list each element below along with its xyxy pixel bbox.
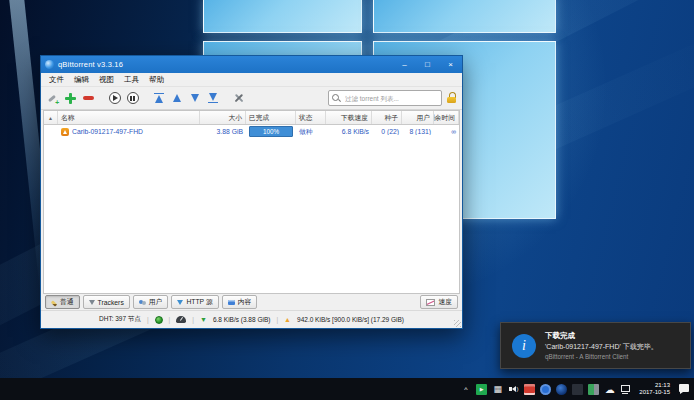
add-torrent-file-icon[interactable] bbox=[64, 92, 77, 105]
tab-speed[interactable]: 速度 bbox=[420, 295, 458, 309]
table-row[interactable]: Carib-091217-497-FHD 3.88 GiB 100% 做种 6.… bbox=[44, 125, 459, 138]
window-title: qBittorrent v3.3.16 bbox=[58, 60, 123, 69]
tab-content-label: 内容 bbox=[238, 297, 252, 307]
menu-bar: 文件 编辑 视图 工具 帮助 bbox=[41, 73, 462, 87]
qbittorrent-window: qBittorrent v3.3.16 – □ × 文件 编辑 视图 工具 帮助… bbox=[40, 55, 463, 329]
table-header: ▲ 名称 大小 已完成 状态 下载速度 种子 用户 剩余时间 bbox=[44, 111, 459, 125]
info-icon: i bbox=[512, 334, 536, 358]
action-center-icon[interactable]: 1 bbox=[678, 383, 691, 395]
torrent-status: 做种 bbox=[296, 127, 326, 137]
toolbar: + bbox=[41, 87, 462, 110]
download-arrow-icon: ▼ bbox=[200, 316, 207, 323]
menu-help[interactable]: 帮助 bbox=[144, 75, 169, 85]
title-bar[interactable]: qBittorrent v3.3.16 – □ × bbox=[41, 56, 462, 73]
bottom-tabs: 普通 Trackers 用户 HTTP 源 内容 速度 bbox=[41, 294, 462, 310]
tray-dual-color-app-icon[interactable] bbox=[588, 384, 599, 395]
tab-http-sources[interactable]: HTTP 源 bbox=[171, 295, 218, 309]
options-icon[interactable] bbox=[232, 92, 245, 105]
total-upload-speed: 942.0 KiB/s [900.0 KiB/s] (17.29 GiB) bbox=[297, 316, 404, 323]
content-icon bbox=[228, 300, 235, 305]
trackers-icon bbox=[89, 300, 95, 305]
onedrive-icon[interactable]: ☁ bbox=[604, 384, 615, 395]
connection-status-icon[interactable] bbox=[155, 316, 163, 324]
clock-time: 21:13 bbox=[655, 382, 670, 389]
menu-file[interactable]: 文件 bbox=[44, 75, 69, 85]
taskbar-clock[interactable]: 21:13 2017-10-15 bbox=[639, 382, 670, 396]
tab-general[interactable]: 普通 bbox=[45, 295, 80, 309]
total-download-speed: 6.8 KiB/s (3.88 GiB) bbox=[213, 316, 270, 323]
tab-content[interactable]: 内容 bbox=[222, 295, 258, 309]
tray-red-app-icon[interactable] bbox=[524, 384, 535, 395]
toast-source: qBittorrent - A Bittorrent Client bbox=[545, 353, 658, 360]
taskbar: ^ ▶ ▦ ) ☁ 21:13 2017-10-15 1 bbox=[0, 378, 694, 400]
tray-dark-app-icon[interactable] bbox=[572, 384, 583, 395]
torrent-filter-searchbox bbox=[328, 90, 442, 106]
network-icon[interactable] bbox=[620, 384, 631, 395]
minimize-button[interactable]: – bbox=[393, 56, 416, 73]
column-eta[interactable]: 剩余时间 bbox=[434, 111, 459, 124]
toast-message: 'Carib-091217-497-FHD' 下载完毕。 bbox=[545, 342, 658, 352]
tray-qbittorrent-icon[interactable] bbox=[556, 384, 567, 395]
seeding-status-icon bbox=[61, 128, 69, 136]
tray-grid-app-icon[interactable]: ▦ bbox=[492, 384, 503, 395]
column-status-icon[interactable]: ▲ bbox=[44, 111, 58, 124]
torrent-name: Carib-091217-497-FHD bbox=[72, 128, 143, 135]
windows-logo-pane bbox=[373, 0, 556, 33]
peers-icon bbox=[139, 299, 146, 306]
search-input[interactable] bbox=[343, 94, 438, 103]
pause-icon[interactable] bbox=[126, 92, 139, 105]
add-torrent-link-icon[interactable]: + bbox=[46, 92, 59, 105]
menu-view[interactable]: 视图 bbox=[94, 75, 119, 85]
tab-general-label: 普通 bbox=[60, 297, 74, 307]
tray-green-app-icon[interactable]: ▶ bbox=[476, 384, 487, 395]
windows-logo-pane bbox=[203, 0, 362, 33]
torrent-dlspeed: 6.8 KiB/s bbox=[326, 128, 372, 135]
tray-blue-app-icon[interactable] bbox=[540, 384, 551, 395]
move-bottom-icon[interactable] bbox=[206, 92, 219, 105]
upload-arrow-icon: ▲ bbox=[284, 316, 291, 323]
column-status[interactable]: 状态 bbox=[296, 111, 326, 124]
tab-trackers-label: Trackers bbox=[98, 299, 124, 306]
menu-tools[interactable]: 工具 bbox=[119, 75, 144, 85]
tab-http-sources-label: HTTP 源 bbox=[186, 297, 212, 307]
qbittorrent-logo-icon bbox=[45, 60, 54, 69]
column-size[interactable]: 大小 bbox=[200, 111, 246, 124]
tab-speed-label: 速度 bbox=[438, 297, 452, 307]
column-dlspeed[interactable]: 下载速度 bbox=[326, 111, 372, 124]
alt-speed-limits-icon[interactable] bbox=[176, 316, 186, 323]
sort-ascending-icon: ▲ bbox=[48, 115, 53, 121]
resume-icon[interactable] bbox=[108, 92, 121, 105]
empty-list-area[interactable] bbox=[44, 138, 459, 293]
torrent-eta: ∞ bbox=[434, 128, 459, 135]
transfer-list: ▲ 名称 大小 已完成 状态 下载速度 种子 用户 剩余时间 Carib-091… bbox=[43, 110, 460, 294]
volume-icon[interactable]: ) bbox=[508, 384, 519, 395]
maximize-button[interactable]: □ bbox=[416, 56, 439, 73]
http-sources-icon bbox=[177, 300, 183, 305]
torrent-size: 3.88 GiB bbox=[200, 128, 246, 135]
move-down-icon[interactable] bbox=[188, 92, 201, 105]
delete-torrent-icon[interactable] bbox=[82, 92, 95, 105]
move-top-icon[interactable] bbox=[152, 92, 165, 105]
progress-bar: 100% bbox=[249, 126, 293, 137]
dht-nodes: DHT: 397 节点 bbox=[99, 315, 141, 324]
column-done[interactable]: 已完成 bbox=[246, 111, 296, 124]
torrent-seeds: 0 (22) bbox=[372, 128, 402, 135]
column-name[interactable]: 名称 bbox=[58, 111, 200, 124]
close-button[interactable]: × bbox=[439, 56, 462, 73]
desktop: qBittorrent v3.3.16 – □ × 文件 编辑 视图 工具 帮助… bbox=[0, 0, 694, 400]
notification-toast[interactable]: i 下载完成 'Carib-091217-497-FHD' 下载完毕。 qBit… bbox=[500, 322, 691, 369]
speed-chart-icon bbox=[426, 299, 435, 306]
progress-label: 100% bbox=[263, 127, 279, 136]
menu-edit[interactable]: 编辑 bbox=[69, 75, 94, 85]
lock-icon[interactable] bbox=[447, 92, 457, 104]
tab-peers[interactable]: 用户 bbox=[133, 295, 169, 309]
column-peers[interactable]: 用户 bbox=[402, 111, 434, 124]
search-icon bbox=[332, 94, 340, 102]
general-icon bbox=[51, 300, 57, 306]
column-seeds[interactable]: 种子 bbox=[372, 111, 402, 124]
tray-chevron-up-icon[interactable]: ^ bbox=[460, 384, 471, 395]
tab-trackers[interactable]: Trackers bbox=[83, 295, 130, 309]
status-bar: DHT: 397 节点 | | | ▼ 6.8 KiB/s (3.88 GiB)… bbox=[41, 310, 462, 328]
move-up-icon[interactable] bbox=[170, 92, 183, 105]
resize-grip[interactable] bbox=[454, 320, 461, 327]
